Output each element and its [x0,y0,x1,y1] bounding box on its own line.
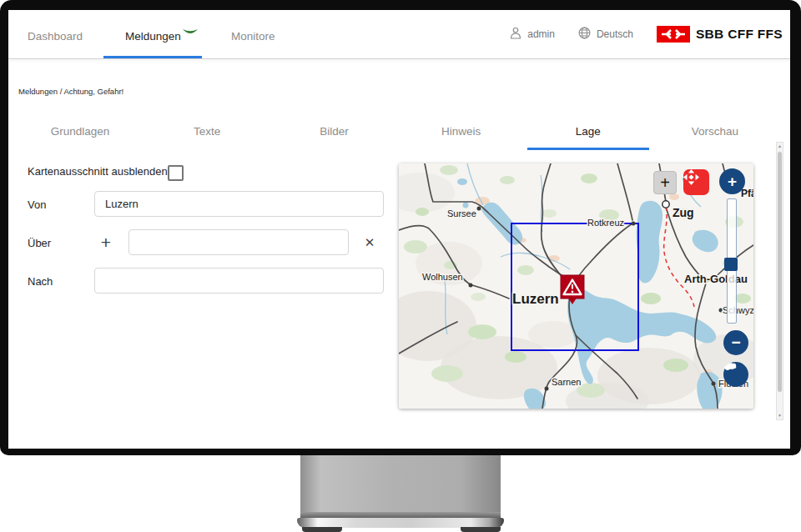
tab-bar: Grundlagen Texte Bilder Hinweis Lage Vor… [17,117,778,146]
user-icon [510,27,521,42]
hide-map-checkbox[interactable] [168,165,184,181]
meldungen-badge-icon [182,25,199,40]
sbb-flag-icon [657,26,690,43]
sbb-logo: SBB CFF FFS [657,26,783,43]
tab-grundlagen[interactable]: Grundlagen [17,117,144,146]
header-divider [8,58,790,59]
clear-via-button[interactable]: ✕ [360,233,379,252]
map-zoom-out-button[interactable]: − [723,330,748,355]
von-input[interactable] [94,191,384,217]
screen: Dashboard Meldungen Monitore admin [8,10,790,449]
scrollbar-down-arrow[interactable]: ▼ [777,412,783,419]
nav-item-dashboard[interactable]: Dashboard [28,30,83,43]
user-name: admin [527,28,555,40]
nav-item-monitore[interactable]: Monitore [231,30,275,43]
nach-label: Nach [28,275,53,288]
switzerland-icon [723,362,738,371]
map-zoom-slider[interactable] [727,198,737,324]
von-label: Von [28,198,46,211]
scrollbar-up-arrow[interactable]: ▲ [777,143,783,150]
svg-text:Sarnen: Sarnen [552,377,581,387]
map-canvas: Sursee Wolhusen Rotkreuz Zug Arth-Goldau… [399,163,753,409]
language-label: Deutsch [597,28,633,40]
monitor-frame: Dashboard Meldungen Monitore admin [0,0,801,455]
svg-text:Rotkreuz: Rotkreuz [587,218,624,228]
app-header: Dashboard Meldungen Monitore admin [8,10,790,58]
tab-hinweis[interactable]: Hinweis [398,117,525,146]
ueber-label: Über [28,237,51,249]
tab-bilder[interactable]: Bilder [270,117,397,146]
map[interactable]: Sursee Wolhusen Rotkreuz Zug Arth-Goldau… [399,163,753,409]
tab-vorschau[interactable]: Vorschau [652,117,778,146]
add-via-button[interactable]: + [97,233,115,252]
svg-text:Wolhusen: Wolhusen [422,272,463,282]
ueber-input[interactable] [128,229,349,255]
page-scrollbar[interactable]: ▲ ▼ [776,142,783,420]
nach-input[interactable] [94,268,384,294]
user-menu[interactable]: admin [510,27,555,42]
map-home-extent-button[interactable] [723,362,748,387]
monitor-foot-right [461,527,501,532]
breadcrumb: Meldungen / Achtung, Gefahr! [18,87,123,96]
svg-text:Sursee: Sursee [447,208,476,218]
map-zoom-slider-handle[interactable] [724,258,738,271]
scrollbar-thumb[interactable] [778,152,782,392]
header-right: admin Deutsch [510,10,783,58]
brand-text: SBB CFF FFS [696,27,783,42]
monitor-stand [300,455,501,514]
svg-text:Arth-Goldau: Arth-Goldau [684,273,748,285]
monitor-foot-left [302,527,342,532]
language-menu[interactable]: Deutsch [578,27,633,42]
tab-lage[interactable]: Lage [525,117,652,146]
nav-item-meldungen[interactable]: Meldungen [125,30,181,43]
map-layer-button[interactable]: + [653,171,677,194]
move-icon [683,169,699,185]
svg-text:Pfä: Pfä [741,188,753,199]
svg-text:Luzern: Luzern [512,291,559,307]
hide-map-label: Kartenausschnitt ausblenden [28,165,168,178]
globe-icon [578,27,591,42]
tab-texte[interactable]: Texte [144,117,270,146]
map-pan-button[interactable] [683,169,709,195]
map-zoom-in-button[interactable]: + [719,168,745,194]
svg-text:Zug: Zug [673,206,694,219]
